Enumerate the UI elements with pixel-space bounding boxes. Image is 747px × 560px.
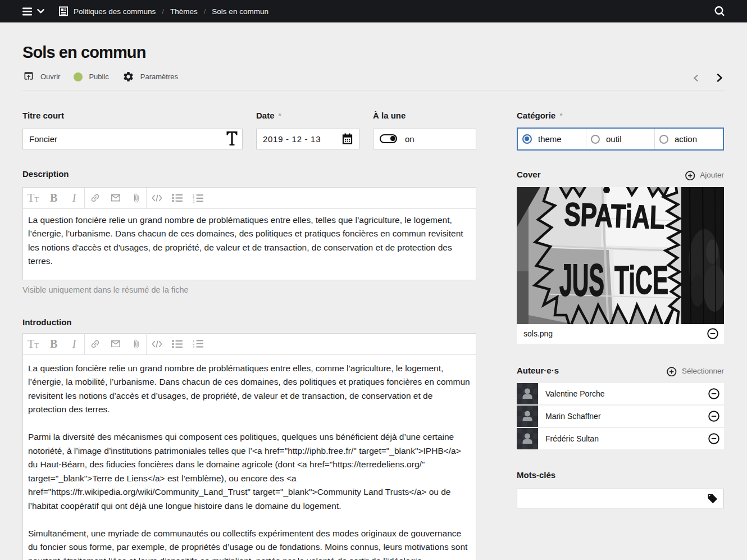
svg-text:3: 3 [193,199,194,202]
svg-text:SPATiAL: SPATiAL [564,195,666,235]
svg-text:3: 3 [193,345,194,348]
svg-text:TiCE: TiCE [614,258,668,302]
svg-text:JUS: JUS [559,255,604,305]
